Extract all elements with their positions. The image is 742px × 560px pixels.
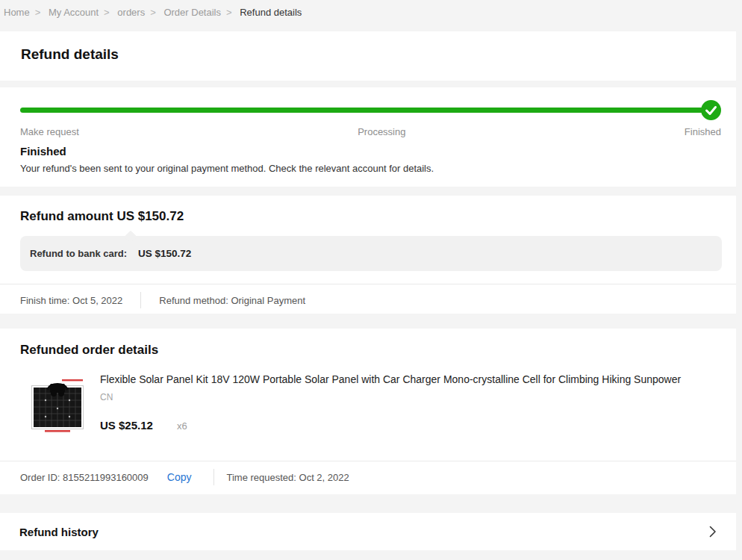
breadcrumb-order-details[interactable]: Order Details [163, 7, 221, 18]
breadcrumb-separator: > [150, 7, 156, 18]
time-requested: Time requested: Oct 2, 2022 [226, 472, 349, 483]
product-price: US $25.12 [100, 419, 153, 432]
refund-history-heading: Refund history [19, 526, 99, 538]
breadcrumb-home[interactable]: Home [4, 7, 30, 18]
finish-time: Finish time: Oct 5, 2022 [20, 295, 122, 306]
order-id: Order ID: 8155211993160009 [20, 472, 149, 483]
breadcrumb-orders[interactable]: orders [117, 7, 145, 18]
product-quantity: x6 [177, 420, 187, 432]
refund-method: Refund method: Original Payment [159, 295, 305, 306]
refunded-order-card: Refunded order details [0, 329, 736, 494]
breadcrumb-separator: > [226, 7, 232, 18]
progress-card: Make request Processing Finished Finishe… [0, 87, 736, 187]
progress-step-make-request: Make request [20, 126, 79, 137]
product-image[interactable] [27, 373, 88, 435]
page-title: Refund details [21, 46, 715, 63]
product-info: Flexible Solar Panel Kit 18V 120W Portab… [100, 373, 716, 435]
bank-card-amount: US $150.72 [138, 248, 191, 259]
product-title: Flexible Solar Panel Kit 18V 120W Portab… [100, 373, 716, 385]
refund-meta-row: Finish time: Oct 5, 2022 Refund method: … [0, 284, 736, 314]
product-origin: CN [100, 392, 716, 402]
progress-step-labels: Make request Processing Finished [20, 126, 721, 137]
breadcrumb: Home> My Account> orders> Order Details>… [0, 0, 736, 31]
price-row: US $25.12 x6 [100, 419, 716, 432]
refund-status-title: Finished [20, 145, 721, 158]
refund-status-description: Your refund's been sent to your original… [20, 163, 721, 174]
breadcrumb-separator: > [35, 7, 41, 18]
breadcrumb-separator: > [104, 7, 110, 18]
title-card: Refund details [0, 31, 736, 81]
refund-amount-card: Refund amount US $150.72 Refund to bank … [0, 196, 736, 314]
check-icon [701, 100, 721, 120]
vertical-divider [213, 469, 214, 485]
refund-amount-heading: Refund amount US $150.72 [0, 209, 736, 224]
progress-step-finished: Finished [685, 126, 721, 137]
product-row: Flexible Solar Panel Kit 18V 120W Portab… [27, 373, 716, 435]
breadcrumb-my-account[interactable]: My Account [49, 7, 99, 18]
refund-history-row[interactable]: Refund history [0, 513, 736, 550]
chevron-right-icon [709, 526, 717, 538]
progress-bar-track [20, 100, 721, 120]
order-meta-row: Order ID: 8155211993160009 Copy Time req… [0, 461, 736, 493]
progress-step-processing: Processing [358, 126, 405, 137]
refunded-order-heading: Refunded order details [0, 343, 736, 358]
refund-destination-box: Refund to bank card: US $150.72 [20, 236, 722, 271]
vertical-divider [140, 292, 141, 308]
progress-bar-fill [20, 108, 711, 113]
refund-details-page: Home> My Account> orders> Order Details>… [0, 0, 736, 550]
breadcrumb-current: Refund details [240, 7, 302, 18]
copy-order-id-button[interactable]: Copy [167, 471, 192, 483]
bank-card-label: Refund to bank card: [30, 248, 127, 259]
